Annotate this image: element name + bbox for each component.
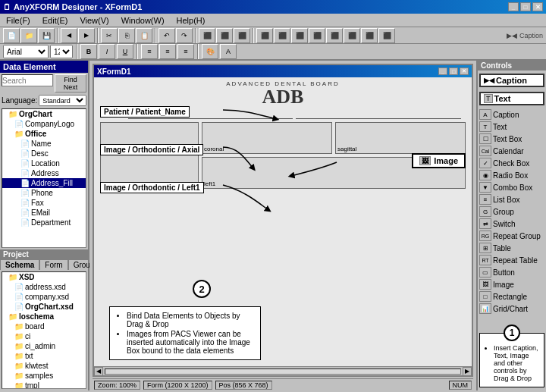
image-box-sagittal[interactable]: sagittal — [335, 122, 466, 154]
toolbar-copy[interactable]: ⎘ — [118, 28, 135, 43]
callout2-bullet1: Bind Data Elements to Objects by Drag & … — [127, 312, 254, 328]
toolbar-new[interactable]: 📄 — [3, 28, 20, 43]
bold-btn[interactable]: B — [80, 44, 97, 59]
tree-item-orgchart[interactable]: 📁OrgChart — [2, 109, 86, 119]
circle-2: 2 — [193, 280, 211, 298]
toolbar-redo[interactable]: ↷ — [176, 28, 193, 43]
project-txt[interactable]: 📁txt — [2, 351, 86, 361]
control-switch[interactable]: ⇄Switch — [478, 218, 546, 230]
toolbar-misc6[interactable]: ⬛ — [344, 28, 360, 43]
image-box-axial[interactable]: axial — [100, 122, 199, 190]
tree-item-address-fill[interactable]: 📄Address_Fill — [2, 178, 86, 188]
italic-btn[interactable]: I — [99, 44, 115, 59]
tree-item-fax[interactable]: 📄Fax — [2, 198, 86, 208]
project-orgchart-xsd[interactable]: 📄OrgChart.xsd — [2, 302, 86, 312]
project-tmpl[interactable]: 📁tmpl — [2, 381, 86, 389]
toolbar-align-c[interactable]: ⬛ — [216, 28, 233, 43]
align-center-btn[interactable]: ≡ — [159, 44, 176, 59]
control-radiobox[interactable]: ◉Radio Box — [478, 169, 546, 181]
toolbar-preview[interactable]: ◀ — [61, 28, 77, 43]
toolbar-row1: 📄 📁 💾 ◀ ▶ ✂ ⎘ 📋 ↶ ↷ ⬛ ⬛ ⬛ ⬛ ⬛ ⬛ ⬛ ⬛ ⬛ ⬛ … — [0, 27, 546, 44]
control-button[interactable]: ▭Button — [478, 266, 546, 278]
tab-form[interactable]: Form — [39, 259, 67, 270]
control-repeat-group[interactable]: RGRepeat Group — [478, 230, 546, 242]
name-field2[interactable] — [296, 108, 461, 119]
language-select[interactable]: Standard — [39, 95, 86, 106]
close-btn[interactable]: ✕ — [532, 2, 543, 11]
project-board[interactable]: 📁board — [2, 321, 86, 331]
toolbar-align-r[interactable]: ⬛ — [234, 28, 250, 43]
toolbar-misc3[interactable]: ⬛ — [291, 28, 308, 43]
toolbar-misc8[interactable]: ⬛ — [378, 28, 395, 43]
tree-item-email[interactable]: 📄EMail — [2, 208, 86, 218]
align-left-btn[interactable]: ≡ — [141, 44, 158, 59]
image-box-coronal[interactable]: coronal — [202, 122, 332, 154]
project-address-xsd[interactable]: 📄address.xsd — [2, 282, 86, 292]
tree-item-phone[interactable]: 📄Phone — [2, 188, 86, 198]
menu-edit[interactable]: Edit(E) — [39, 15, 71, 26]
toolbar-align-l[interactable]: ⬛ — [199, 28, 215, 43]
form-min-btn[interactable]: _ — [438, 67, 447, 75]
project-samples[interactable]: 📁samples — [2, 371, 86, 381]
tree-item-desc[interactable]: 📄Desc — [2, 149, 86, 158]
menu-help[interactable]: Help(H) — [174, 15, 209, 26]
tab-schema[interactable]: Schema — [0, 259, 39, 270]
project-company-xsd[interactable]: 📄company.xsd — [2, 292, 86, 302]
search-input[interactable] — [2, 74, 53, 86]
font-color-btn[interactable]: A — [220, 44, 237, 59]
adb-title: ADB — [97, 87, 469, 107]
control-rectangle[interactable]: □Rectangle — [478, 290, 546, 303]
font-selector[interactable]: Arial — [3, 45, 49, 58]
control-gridchart[interactable]: 📊Grid/Chart — [478, 303, 546, 315]
control-repeat-table[interactable]: RTRepeat Table — [478, 254, 546, 266]
control-text[interactable]: TText — [478, 121, 546, 133]
menu-view[interactable]: View(V) — [77, 15, 111, 26]
form-scrollbar[interactable]: ◀ ▶ — [94, 366, 472, 375]
underline-btn[interactable]: U — [117, 44, 133, 59]
project-loschema[interactable]: 📁loschema — [2, 312, 86, 321]
control-listbox[interactable]: ≡List Box — [478, 193, 546, 205]
toolbar-open[interactable]: 📁 — [20, 28, 37, 43]
control-image[interactable]: 🖼Image — [478, 278, 546, 290]
maximize-btn[interactable]: □ — [520, 2, 531, 11]
control-combobox[interactable]: ▼Combo Box — [478, 181, 546, 193]
align-right-btn[interactable]: ≡ — [177, 44, 194, 59]
menu-file[interactable]: File(F) — [3, 15, 33, 26]
toolbar-paste[interactable]: 📋 — [136, 28, 152, 43]
color-btn[interactable]: 🎨 — [202, 44, 218, 59]
project-ci-admin[interactable]: 📁ci_admin — [2, 341, 86, 351]
tree-item-name[interactable]: 📄Name — [2, 139, 86, 149]
toolbar-run[interactable]: ▶ — [78, 28, 95, 43]
project-klwtest[interactable]: 📁klwtest — [2, 361, 86, 371]
toolbar-misc7[interactable]: ⬛ — [361, 28, 378, 43]
toolbar-undo[interactable]: ↶ — [158, 28, 175, 43]
tree-item-address[interactable]: 📄Address — [2, 168, 86, 178]
tree-item-companylogo[interactable]: 📄CompanyLogo — [2, 119, 86, 129]
toolbar-misc2[interactable]: ⬛ — [274, 28, 290, 43]
toolbar-misc5[interactable]: ⬛ — [326, 28, 343, 43]
image-axial-annotation: Image / Orthodontic / Axial — [100, 144, 203, 155]
project-xsd[interactable]: 📁XSD — [2, 272, 86, 282]
menu-window[interactable]: Window(W) — [118, 15, 168, 26]
control-textbox[interactable]: ☐Text Box — [478, 133, 546, 145]
form-close-btn[interactable]: ✕ — [460, 67, 469, 75]
project-tree: 📁XSD 📄address.xsd 📄company.xsd 📄OrgChart… — [2, 271, 86, 389]
toolbar-misc1[interactable]: ⬛ — [256, 28, 273, 43]
find-next-btn[interactable]: Find Next — [55, 74, 86, 93]
minimize-btn[interactable]: _ — [508, 2, 519, 11]
tree-item-office[interactable]: 📁Office — [2, 129, 86, 139]
tree-item-location[interactable]: 📄Location — [2, 158, 86, 168]
toolbar-misc4[interactable]: ⬛ — [309, 28, 325, 43]
form-title-bar[interactable]: XFormD1 _ □ ✕ — [94, 65, 472, 77]
tree-item-department[interactable]: 📄Department — [2, 218, 86, 227]
project-ci[interactable]: 📁ci — [2, 331, 86, 341]
control-caption[interactable]: ACaption — [478, 108, 546, 121]
control-group[interactable]: GGroup — [478, 205, 546, 218]
size-selector[interactable]: 12 — [50, 45, 73, 58]
toolbar-cut[interactable]: ✂ — [101, 28, 118, 43]
toolbar-save[interactable]: 💾 — [38, 28, 55, 43]
form-max-btn[interactable]: □ — [449, 67, 458, 75]
control-table[interactable]: ⊞Table — [478, 242, 546, 254]
control-calendar[interactable]: CalCalendar — [478, 145, 546, 157]
control-checkbox[interactable]: ✓Check Box — [478, 157, 546, 169]
